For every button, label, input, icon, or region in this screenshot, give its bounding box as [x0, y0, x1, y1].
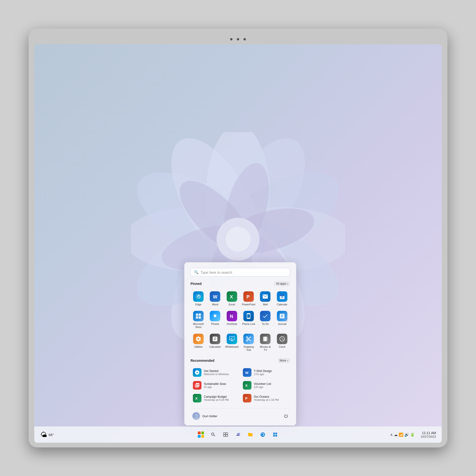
app-calendar[interactable]: 28 Calendar: [274, 289, 290, 308]
app-edge[interactable]: Edge: [190, 289, 206, 308]
mail-icon: [260, 291, 271, 302]
campaign-name: Campaign Budget: [204, 395, 238, 398]
svg-text:X: X: [230, 294, 233, 299]
powerpoint-label: PowerPoint: [242, 303, 255, 306]
todo-label: To Do: [262, 323, 269, 325]
app-photos[interactable]: Photos: [207, 309, 223, 331]
sys-tray[interactable]: ∧ ☁ 📶 🔊 🔋: [388, 431, 417, 438]
more-button[interactable]: More ›: [278, 358, 290, 363]
edge-label: Edge: [195, 303, 202, 306]
app-phonelink[interactable]: Phone Link: [241, 309, 256, 331]
app-mail[interactable]: Mail: [257, 289, 273, 308]
volunteer-time: 12h ago: [254, 386, 288, 389]
search-bar[interactable]: 🔍 Type here to search: [190, 268, 290, 276]
tshirt-time: 17m ago: [254, 373, 288, 375]
svg-point-40: [239, 433, 240, 434]
taskbar-edge-button[interactable]: [257, 429, 268, 440]
file-explorer-button[interactable]: [245, 429, 256, 440]
svg-text:X: X: [195, 396, 198, 400]
rec-campaign[interactable]: X Campaign Budget Yesterday at 4:24 PM: [190, 392, 240, 404]
onenote-icon: N: [227, 311, 237, 321]
tray-arrow-icon: ∧: [390, 432, 393, 437]
windows-logo: [198, 431, 204, 438]
oceans-name: Our Oceans: [254, 395, 288, 398]
camera-dot-center: [237, 38, 239, 40]
msstore-icon: [193, 311, 204, 321]
calculator-label: Calculator: [209, 345, 221, 348]
rec-seas[interactable]: Sustainable Seas 2h ago: [190, 379, 240, 391]
calendar-label: Calendar: [277, 303, 288, 306]
svg-text:N: N: [230, 314, 233, 319]
word-label: Word: [212, 303, 218, 306]
onenote-label: OneNote: [227, 323, 237, 325]
onedrive-icon: ☁: [394, 432, 398, 437]
user-name: Guri Holter: [202, 414, 217, 418]
app-msstore[interactable]: Microsoft Store: [190, 309, 206, 331]
taskbar-center: [195, 429, 281, 440]
app-calculator[interactable]: Calculator: [207, 332, 223, 354]
svg-rect-36: [226, 433, 228, 434]
taskbar-left: 🌤 68°: [38, 430, 195, 440]
utilities-icon: [193, 334, 204, 344]
battery-icon: 🔋: [410, 432, 415, 437]
powerpoint-icon: P: [243, 291, 254, 302]
app-excel[interactable]: X Excel: [224, 289, 240, 308]
movies-label: Movies & TV: [258, 345, 272, 352]
rec-volunteer[interactable]: X Volunteer List 12h ago: [240, 379, 290, 391]
wifi-icon: 📶: [399, 432, 403, 437]
all-apps-button[interactable]: All apps ›: [274, 281, 290, 286]
oceans-info: Our Oceans Yesterday at 1:15 PM: [254, 395, 288, 401]
movies-icon: [260, 334, 271, 344]
app-clock[interactable]: Clock: [274, 332, 290, 354]
user-info[interactable]: Guri Holter: [190, 411, 219, 421]
rec-tshirt[interactable]: W T-Shirt Design 17m ago: [240, 366, 290, 379]
word-icon: W: [210, 291, 221, 302]
app-journal[interactable]: Journal ⋮: [274, 309, 290, 331]
app-word[interactable]: W Word: [207, 289, 223, 308]
more-dots-button[interactable]: ⋮: [284, 316, 290, 323]
svg-rect-38: [226, 435, 228, 437]
rec-oceans[interactable]: P Our Oceans Yesterday at 1:15 PM: [240, 392, 290, 404]
svg-text:W: W: [213, 294, 218, 299]
app-snipping[interactable]: Snipping Tool: [241, 332, 256, 354]
svg-text:P: P: [247, 294, 250, 299]
seas-time: 2h ago: [204, 386, 238, 389]
app-movies[interactable]: Movies & TV: [257, 332, 273, 354]
weather-widget[interactable]: 🌤 68°: [38, 430, 56, 440]
svg-text:28: 28: [281, 296, 283, 298]
teams-button[interactable]: [233, 429, 243, 440]
edge-icon: [193, 291, 204, 302]
pinned-section-header: Pinned All apps ›: [190, 281, 290, 286]
user-avatar: [192, 412, 200, 420]
search-icon: 🔍: [194, 270, 199, 274]
svg-point-33: [195, 414, 198, 416]
app-whiteboard[interactable]: Whiteboard: [224, 332, 240, 354]
tshirt-icon: W: [243, 368, 251, 377]
app-utilities[interactable]: Utilities: [190, 332, 206, 354]
app-onenote[interactable]: N OneNote: [224, 309, 240, 331]
excel-label: Excel: [229, 303, 235, 306]
weather-temp: 68°: [49, 433, 54, 437]
clock-widget[interactable]: 11:11 AM 10/27/2022: [419, 430, 438, 439]
pinned-apps-grid: Edge W Word X Excel P: [190, 289, 290, 354]
photos-label: Photos: [211, 323, 219, 325]
screen: 🔍 Type here to search Pinned All apps › …: [34, 44, 442, 443]
power-button[interactable]: [282, 412, 290, 420]
taskbar-store-button[interactable]: [270, 429, 281, 440]
search-input[interactable]: Type here to search: [200, 270, 286, 274]
svg-point-19: [226, 227, 251, 252]
phonelink-label: Phone Link: [242, 323, 255, 325]
oceans-icon: P: [243, 394, 251, 403]
volunteer-name: Volunteer List: [254, 382, 288, 386]
start-button[interactable]: [195, 429, 206, 440]
app-todo[interactable]: To Do: [257, 309, 273, 331]
calculator-icon: [210, 334, 221, 344]
app-powerpoint[interactable]: P PowerPoint: [241, 289, 256, 308]
camera-bar: [34, 36, 442, 43]
rec-get-started[interactable]: Get Started Welcome to Windows: [190, 366, 240, 379]
taskbar-search-button[interactable]: [208, 429, 219, 440]
volunteer-info: Volunteer List 12h ago: [254, 382, 288, 389]
phonelink-icon: [243, 311, 254, 321]
task-view-button[interactable]: [220, 429, 231, 440]
taskbar-time: 11:11 AM: [421, 431, 436, 435]
